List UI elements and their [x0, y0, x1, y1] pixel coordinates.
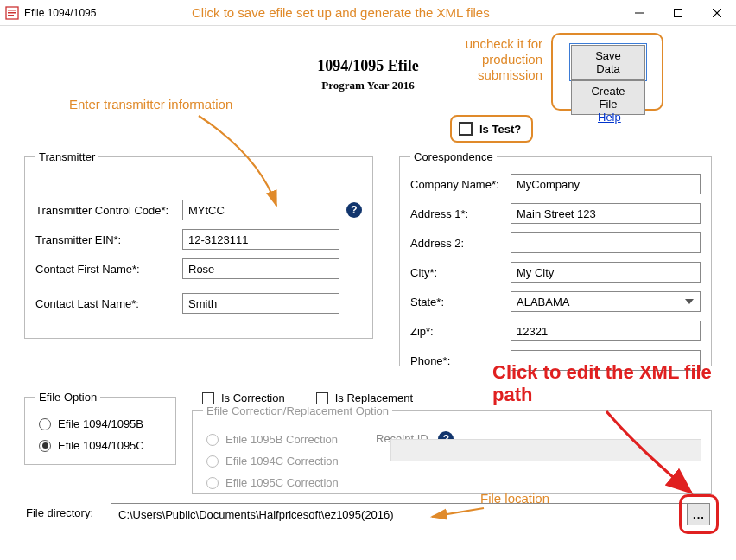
- create-file-button[interactable]: Create File: [571, 80, 645, 115]
- is-replacement-label: Is Replacement: [335, 391, 413, 404]
- annotation-edit-path: Click to edit the XML file path: [492, 361, 717, 407]
- is-correction-checkbox[interactable]: [202, 392, 214, 404]
- last-name-input[interactable]: [182, 293, 339, 314]
- close-button[interactable]: [697, 0, 736, 26]
- svg-rect-2: [8, 12, 16, 14]
- zip-input[interactable]: [511, 321, 701, 341]
- transmitter-group: Transmitter Transmitter Control Code*: ?…: [24, 150, 373, 339]
- state-label: State*:: [410, 296, 511, 309]
- city-label: City*:: [410, 266, 511, 279]
- state-select[interactable]: ALABAMA: [511, 291, 701, 312]
- last-name-label: Contact Last Name*:: [35, 297, 182, 310]
- file-directory-label: File directory:: [26, 506, 93, 519]
- app-icon: [5, 6, 19, 20]
- is-test-label: Is Test?: [479, 123, 521, 136]
- tcc-input[interactable]: [182, 200, 339, 220]
- transmitter-legend: Transmitter: [35, 150, 98, 163]
- city-input[interactable]: [511, 262, 701, 283]
- annotation-transmitter-hint: Enter transmitter information: [69, 97, 232, 111]
- zip-label: Zip*:: [410, 325, 511, 338]
- svg-rect-5: [674, 9, 682, 16]
- efile-1094c-corr-label: Efile 1094C Correction: [225, 455, 339, 468]
- first-name-label: Contact First Name*:: [35, 263, 182, 276]
- company-input[interactable]: [511, 174, 701, 194]
- efile-b-label: Efile 1094/1095B: [58, 417, 143, 430]
- help-link[interactable]: Help: [598, 111, 621, 124]
- annotation-browse-highlight: [679, 494, 719, 534]
- is-test-container: Is Test?: [450, 115, 533, 143]
- maximize-button[interactable]: [658, 0, 697, 26]
- file-directory-input[interactable]: [111, 503, 688, 525]
- tcc-label: Transmitter Control Code*:: [35, 204, 182, 217]
- company-label: Company Name*:: [410, 178, 511, 191]
- correspondence-group: Corespondence Company Name*: Address 1*:…: [399, 150, 712, 366]
- efile-1095b-corr-radio: [206, 434, 219, 446]
- addr2-input[interactable]: [511, 232, 701, 253]
- efile-option-group: Efile Option Efile 1094/1095B Efile 1094…: [24, 391, 176, 465]
- addr2-label: Address 2:: [410, 237, 511, 250]
- is-test-checkbox[interactable]: [459, 122, 473, 136]
- save-data-button[interactable]: Save Data: [571, 45, 645, 80]
- efile-1095c-corr-radio: [206, 477, 219, 489]
- receipt-id-input: [390, 439, 701, 461]
- efile-c-radio[interactable]: [39, 440, 51, 452]
- ein-input[interactable]: [182, 229, 339, 250]
- svg-rect-1: [8, 10, 16, 11]
- top-checks: Is Correction Is Replacement: [202, 391, 413, 404]
- addr1-input[interactable]: [511, 203, 701, 224]
- efile-option-legend: Efile Option: [35, 391, 100, 404]
- efile-1094c-corr-radio: [206, 455, 219, 468]
- addr1-label: Address 1*:: [410, 207, 511, 220]
- efile-b-radio[interactable]: [39, 418, 51, 430]
- annotation-save-hint: Click to save efile set up and generate …: [192, 5, 490, 20]
- efile-1095b-corr-label: Efile 1095B Correction: [225, 433, 338, 446]
- ein-label: Transmitter EIN*:: [35, 233, 182, 246]
- is-replacement-checkbox[interactable]: [316, 392, 328, 404]
- efile-c-label: Efile 1094/1095C: [58, 439, 144, 452]
- efile-1095c-corr-label: Efile 1095C Correction: [225, 476, 339, 489]
- first-name-input[interactable]: [182, 258, 339, 279]
- svg-rect-3: [8, 15, 14, 16]
- efile-correction-legend: Efile Correction/Replacement Option: [203, 404, 392, 417]
- correspondence-legend: Corespondence: [410, 150, 497, 163]
- annotation-uncheck-hint: uncheck it for production submission: [430, 36, 542, 83]
- minimize-button[interactable]: [619, 0, 658, 26]
- help-icon[interactable]: ?: [346, 202, 362, 218]
- is-correction-label: Is Correction: [221, 391, 285, 404]
